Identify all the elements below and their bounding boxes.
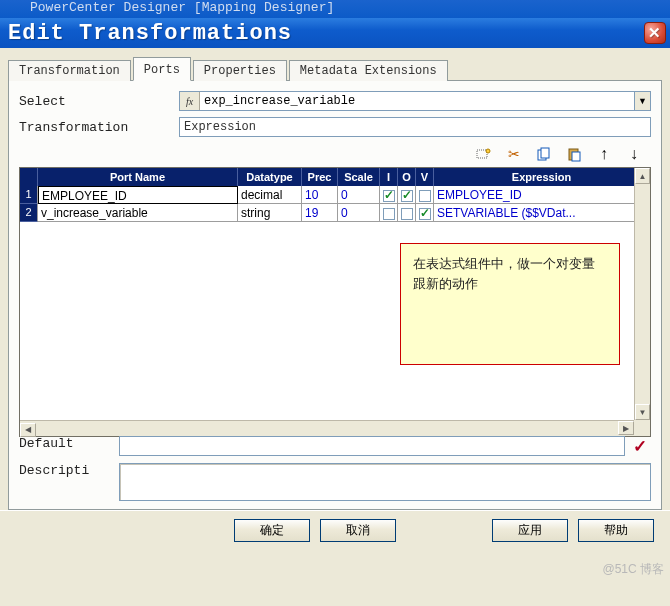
cell-precision[interactable]: 19 bbox=[302, 204, 338, 222]
help-button[interactable]: 帮助 bbox=[578, 519, 654, 542]
ports-grid[interactable]: Port Name Datatype Prec Scale I O V Expr… bbox=[19, 167, 651, 437]
col-datatype[interactable]: Datatype bbox=[238, 168, 302, 186]
cell-port-name[interactable]: v_increase_variable bbox=[38, 204, 238, 222]
tab-transformation[interactable]: Transformation bbox=[8, 60, 131, 81]
row-number: 1 bbox=[20, 186, 38, 204]
watermark: @51C 博客 bbox=[602, 561, 664, 578]
scroll-corner bbox=[634, 420, 650, 436]
cut-icon[interactable]: ✂ bbox=[505, 145, 523, 163]
col-port-name[interactable]: Port Name bbox=[38, 168, 238, 186]
cell-datatype[interactable]: decimal bbox=[238, 186, 302, 204]
transformation-type-field: Expression bbox=[179, 117, 651, 137]
close-button[interactable]: ✕ bbox=[644, 22, 666, 44]
horizontal-scrollbar[interactable]: ◀ ▶ bbox=[20, 420, 634, 436]
fx-icon: fx bbox=[180, 92, 200, 110]
transformation-select[interactable]: fx exp_increase_variable bbox=[179, 91, 635, 111]
table-row[interactable]: 1EMPLOYEE_IDdecimal100EMPLOYEE_ID bbox=[20, 186, 650, 204]
titlebar[interactable]: Edit Transformations ✕ bbox=[0, 18, 670, 48]
cell-port-name[interactable]: EMPLOYEE_ID bbox=[38, 186, 238, 204]
tab-properties[interactable]: Properties bbox=[193, 60, 287, 81]
cell-output-flag[interactable] bbox=[398, 204, 416, 222]
move-up-icon[interactable]: ↑ bbox=[595, 145, 613, 163]
col-output[interactable]: O bbox=[398, 168, 416, 186]
scroll-down-icon[interactable]: ▼ bbox=[635, 404, 650, 420]
description-label: Descripti bbox=[19, 463, 119, 478]
checkbox-icon[interactable] bbox=[401, 190, 413, 202]
col-precision[interactable]: Prec bbox=[302, 168, 338, 186]
col-rownum bbox=[20, 168, 38, 186]
svg-rect-3 bbox=[541, 148, 549, 158]
vertical-scrollbar[interactable]: ▲ ▼ bbox=[634, 168, 650, 420]
col-scale[interactable]: Scale bbox=[338, 168, 380, 186]
dialog-button-bar: 确定 取消 . 应用 帮助 bbox=[0, 510, 670, 552]
ports-toolbar: ✂ ↑ ↓ bbox=[19, 143, 651, 167]
checkbox-icon[interactable] bbox=[419, 208, 431, 220]
annotation-note: 在表达式组件中，做一个对变量跟新的动作 bbox=[400, 243, 620, 365]
cell-variable-flag[interactable] bbox=[416, 186, 434, 204]
cell-variable-flag[interactable] bbox=[416, 204, 434, 222]
cell-scale[interactable]: 0 bbox=[338, 186, 380, 204]
apply-button[interactable]: 应用 bbox=[492, 519, 568, 542]
validate-icon[interactable]: ✓ bbox=[629, 436, 651, 457]
paste-icon[interactable] bbox=[565, 145, 583, 163]
cell-input-flag[interactable] bbox=[380, 186, 398, 204]
move-down-icon[interactable]: ↓ bbox=[625, 145, 643, 163]
cell-expression[interactable]: SETVARIABLE ($$VDat... bbox=[434, 204, 650, 222]
transformation-select-value: exp_increase_variable bbox=[200, 94, 634, 108]
svg-rect-5 bbox=[572, 152, 580, 161]
scroll-up-icon[interactable]: ▲ bbox=[635, 168, 650, 184]
col-input[interactable]: I bbox=[380, 168, 398, 186]
default-value-input[interactable] bbox=[119, 436, 625, 456]
scroll-left-icon[interactable]: ◀ bbox=[20, 423, 36, 437]
svg-rect-0 bbox=[477, 150, 487, 158]
ok-button[interactable]: 确定 bbox=[234, 519, 310, 542]
tab-panel-ports: Select fx exp_increase_variable ▼ Transf… bbox=[8, 80, 662, 510]
checkbox-icon[interactable] bbox=[419, 190, 431, 202]
cell-scale[interactable]: 0 bbox=[338, 204, 380, 222]
checkbox-icon[interactable] bbox=[383, 208, 395, 220]
tab-metadata-extensions[interactable]: Metadata Extensions bbox=[289, 60, 448, 81]
tab-strip: Transformation Ports Properties Metadata… bbox=[8, 57, 662, 81]
cell-input-flag[interactable] bbox=[380, 204, 398, 222]
window-title: Edit Transformations bbox=[8, 21, 642, 46]
scroll-right-icon[interactable]: ▶ bbox=[618, 421, 634, 435]
new-port-icon[interactable] bbox=[475, 145, 493, 163]
cell-precision[interactable]: 10 bbox=[302, 186, 338, 204]
cancel-button[interactable]: 取消 bbox=[320, 519, 396, 542]
checkbox-icon[interactable] bbox=[383, 190, 395, 202]
svg-point-1 bbox=[486, 149, 490, 153]
description-input[interactable] bbox=[119, 463, 651, 501]
tab-ports[interactable]: Ports bbox=[133, 57, 191, 81]
col-variable[interactable]: V bbox=[416, 168, 434, 186]
row-number: 2 bbox=[20, 204, 38, 222]
default-label: Default bbox=[19, 436, 119, 451]
table-row[interactable]: 2v_increase_variablestring190SETVARIABLE… bbox=[20, 204, 650, 222]
checkbox-icon[interactable] bbox=[401, 208, 413, 220]
cell-expression[interactable]: EMPLOYEE_ID bbox=[434, 186, 650, 204]
parent-window-title: PowerCenter Designer [Mapping Designer] bbox=[0, 0, 670, 18]
select-label: Select bbox=[19, 94, 179, 109]
grid-header: Port Name Datatype Prec Scale I O V Expr… bbox=[20, 168, 650, 186]
dropdown-arrow-icon[interactable]: ▼ bbox=[635, 91, 651, 111]
cell-datatype[interactable]: string bbox=[238, 204, 302, 222]
cell-output-flag[interactable] bbox=[398, 186, 416, 204]
copy-icon[interactable] bbox=[535, 145, 553, 163]
transformation-label: Transformation bbox=[19, 120, 179, 135]
col-expression[interactable]: Expression bbox=[434, 168, 650, 186]
